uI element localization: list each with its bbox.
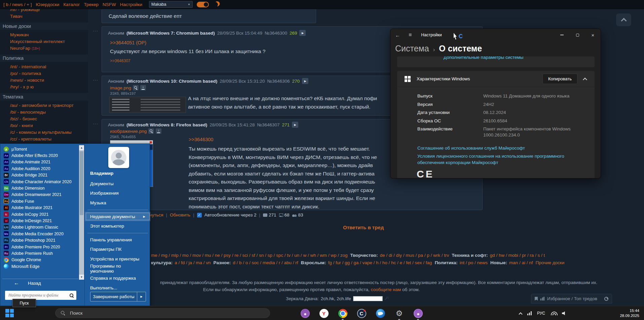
sidebar-item[interactable]: /c/ - комиксы и мультфильмы <box>0 129 88 136</box>
startmenu-program[interactable]: Ai Adobe Illustrator 2021 <box>2 205 78 211</box>
sidebar-item[interactable]: /bi/ - велосипеды <box>0 109 88 116</box>
refresh-thread-link[interactable]: Обновить <box>170 212 190 217</box>
boards-nav-segment[interactable]: Творчество:de / di / diy / mus / pa / p … <box>350 253 449 258</box>
startmenu-program[interactable]: µ µTorrent <box>2 146 78 152</box>
file-download-icon[interactable] <box>140 85 146 90</box>
reply-link[interactable]: >>3644051 (OP) <box>110 40 146 45</box>
taskbar-search[interactable]: Поиск <box>55 308 270 318</box>
startmenu-place-item[interactable]: Музыка <box>85 198 151 208</box>
yandex-browser-icon[interactable]: Y <box>319 308 329 318</box>
boards-nav-segment[interactable]: Техника и софт:gd / hw / mobi / pr / ra … <box>452 253 545 258</box>
startmenu-place-item[interactable]: Устройства и принтеры <box>85 254 151 264</box>
post-expand-button[interactable] <box>299 30 306 36</box>
startmenu-place-item[interactable] <box>85 208 151 212</box>
breadcrumb-system[interactable]: Система <box>395 44 429 53</box>
startmenu-place-item[interactable]: Выполнить... <box>85 283 151 293</box>
theme-toggle[interactable] <box>197 2 209 7</box>
services-agreement-link[interactable]: Соглашение об использовании служб Майкро… <box>417 146 525 151</box>
settings-gear-icon[interactable]: ⚙ <box>394 308 404 318</box>
sidebar-item[interactable]: /hry/ - х р ю <box>0 84 88 90</box>
startmenu-place-item[interactable]: Документы <box>85 179 151 189</box>
search-input[interactable] <box>8 292 70 298</box>
file-search-icon[interactable] <box>148 128 154 134</box>
startmenu-program[interactable]: Br Adobe Bridge 2021 <box>2 172 78 178</box>
boards-nav-segment[interactable]: Новые:man / ai / nf <box>490 260 533 265</box>
startmenu-program[interactable]: Id Adobe InDesign 2021 <box>2 217 78 224</box>
startmenu-place-item[interactable]: Панель управления <box>85 235 151 245</box>
favorites-bar[interactable]: Избранное / Топ тредов <box>531 294 612 304</box>
post-expand-button[interactable] <box>292 122 298 128</box>
startmenu-program[interactable]: Ch Adobe Character Animator 2020 <box>2 178 78 185</box>
close-button[interactable]: × <box>585 29 601 41</box>
language-indicator[interactable]: РУС <box>537 311 545 316</box>
sidebar-item[interactable]: /bo/ - книги <box>0 122 88 129</box>
c-browser-icon[interactable]: C <box>356 308 367 318</box>
tor-browser-icon[interactable] <box>300 308 310 318</box>
sidebar-item[interactable]: Тематика <box>0 93 88 101</box>
sidebar-item[interactable]: /int/ - international <box>0 64 88 70</box>
style-select[interactable]: Makaba ▼ <box>149 1 193 8</box>
sidebar-item[interactable]: /au/ - автомобили и транспорт <box>0 102 88 109</box>
startmenu-user-name[interactable]: Владимир <box>90 171 113 176</box>
startmenu-program[interactable]: An Adobe Animate 2021 <box>2 159 78 165</box>
tray-overflow-chevron-icon[interactable] <box>519 312 522 316</box>
startmenu-program[interactable]: Google Chrome <box>2 257 78 263</box>
post-menu-dots[interactable] <box>93 28 98 33</box>
sidebar-item[interactable]: Политика <box>0 54 88 62</box>
startmenu-place-item[interactable]: Программы по умолчанию <box>85 264 151 274</box>
startmenu-program[interactable]: Microsoft Edge <box>2 263 78 270</box>
boards-nav-segment[interactable]: Разное:d / b / o / soc / media / r / abu… <box>214 260 298 265</box>
sidebar-item[interactable]: /news/ - новости <box>0 77 88 84</box>
external-arrow-icon[interactable] <box>385 297 388 301</box>
sidebar-item[interactable]: /po/ - политика <box>0 70 88 77</box>
topbar-link-tracker[interactable]: Трекер <box>84 2 99 7</box>
startmenu-place-item[interactable]: Справка и поддержка <box>85 273 151 283</box>
collapse-chevron-icon[interactable] <box>583 78 587 82</box>
settings-titlebar[interactable]: ← ≡ Настройки × <box>390 29 601 41</box>
report-link[interactable]: сообщите нам <box>371 287 401 292</box>
topbar-link-catalog[interactable]: Каталог <box>63 2 80 7</box>
sidebar-item[interactable]: Мужикач <box>0 32 88 38</box>
scroll-to-top-button[interactable] <box>616 13 631 26</box>
file-link[interactable]: image.png <box>110 85 131 90</box>
volume-icon[interactable] <box>562 311 567 316</box>
startmenu-program[interactable]: Ps Adobe Photoshop 2021 <box>2 237 78 243</box>
scroll-up-arrow-icon[interactable]: ▲ <box>79 145 84 150</box>
post-menu-dots[interactable] <box>93 121 98 126</box>
boards-shortlist[interactable]: [ b / news / + ] <box>3 2 32 7</box>
refresh-icon[interactable] <box>604 297 608 301</box>
topbar-link-userboards[interactable]: Юзердоски <box>36 2 59 7</box>
startmenu-program[interactable]: Fs Adobe Fuse <box>2 198 78 204</box>
startmenu-program[interactable]: Lrc Adobe Lightroom Classic <box>2 224 78 231</box>
boards-nav-segment[interactable]: культура:a / fd / ja / ma / vn <box>151 260 211 265</box>
post-number[interactable]: №3646307 <box>257 122 279 127</box>
startmenu-program[interactable]: Ae Adobe After Effects 2020 <box>2 152 78 159</box>
user-avatar[interactable] <box>108 147 129 168</box>
moon-icon[interactable] <box>213 1 218 7</box>
startmenu-program[interactable]: Dw Adobe Dreamweaver 2021 <box>2 192 78 198</box>
post-number[interactable]: №3646300 <box>265 31 287 36</box>
shutdown-options-arrow[interactable]: ▶ <box>137 292 146 301</box>
wifi-icon[interactable] <box>551 311 557 316</box>
autoupdate-checkbox[interactable] <box>197 213 202 217</box>
sidebar-item[interactable]: /biz/ - бизнес <box>0 116 88 122</box>
license-terms-link[interactable]: Условия лицензионного соглашения на испо… <box>417 153 585 166</box>
sidebar-item[interactable]: Искусственный интеллект <box>0 38 88 45</box>
chrome-icon[interactable] <box>338 308 348 318</box>
tor-browser-icon-2[interactable] <box>413 308 423 318</box>
scrollbar-thumb[interactable] <box>80 151 83 215</box>
post-number[interactable]: №3646306 <box>267 79 290 84</box>
activity-chart-icon[interactable] <box>527 311 532 315</box>
startmenu-scrollbar[interactable]: ▲ ▼ <box>79 145 84 280</box>
post-image-thumbnail[interactable] <box>109 97 186 113</box>
file-link[interactable]: изображение.png <box>110 129 147 134</box>
startmenu-recent-documents[interactable]: Недавние документы ▶ <box>85 212 151 222</box>
mirror-links[interactable]: 2ch.hk, 2ch.life <box>321 296 351 301</box>
startmenu-place-item[interactable]: Этот компьютер <box>85 221 151 231</box>
sidebar-item[interactable]: /cc/ - криптовалюты <box>0 136 88 143</box>
startmenu-program[interactable]: Me Adobe Media Encoder 2020 <box>2 231 78 237</box>
startmenu-program[interactable]: Dn Adobe Dimension <box>2 185 78 191</box>
boards-nav-segment[interactable]: Прочие доски <box>535 260 564 265</box>
startmenu-program[interactable]: Ic Adobe InCopy 2021 <box>2 211 78 217</box>
sidebar-item[interactable]: Тивач <box>0 13 88 20</box>
